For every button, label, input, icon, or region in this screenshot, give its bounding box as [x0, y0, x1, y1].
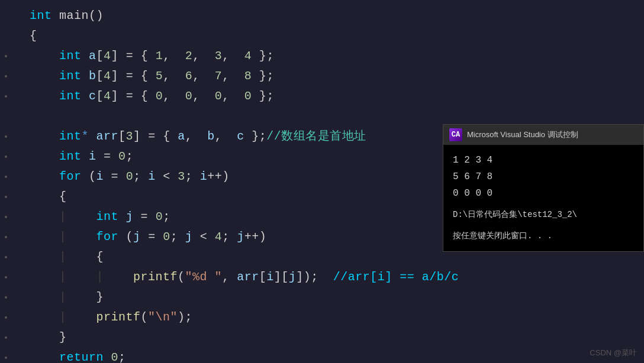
- line-indicator-4: [0, 75, 12, 77]
- line-indicator-18: [0, 356, 12, 359]
- line-indicator-11: [0, 216, 12, 218]
- line-indicator-5: [0, 95, 12, 98]
- line-indicator-16: [0, 316, 12, 319]
- line-indicator-10: [0, 196, 12, 198]
- code-content-6: [12, 107, 37, 126]
- code-line-16: | printf("\n");: [0, 307, 644, 328]
- console-output-line-2: 5 6 7 8: [453, 168, 634, 185]
- code-line-4: int b[4] = { 5, 6, 7, 8 };: [0, 66, 644, 86]
- code-line-3: int a[4] = { 1, 2, 3, 4 };: [0, 46, 644, 66]
- console-output-line-1: 1 2 3 4: [453, 152, 634, 168]
- line-indicator-13: [0, 256, 12, 258]
- code-line-17: }: [0, 328, 644, 348]
- code-content-16: | printf("\n");: [12, 308, 192, 327]
- code-content-3: int a[4] = { 1, 2, 3, 4 };: [12, 47, 274, 66]
- code-content-15: | }: [12, 288, 104, 307]
- line-indicator-9: [0, 176, 12, 178]
- line-indicator-15: [0, 296, 12, 299]
- code-content-8: int i = 0;: [12, 147, 133, 166]
- console-body: 1 2 3 4 5 6 7 8 0 0 0 0 D:\日常代码合集\test12…: [443, 145, 643, 251]
- code-content-13: | {: [12, 248, 104, 267]
- code-content-18: return 0;: [12, 348, 126, 363]
- line-indicator-3: [0, 55, 12, 57]
- code-content-10: {: [12, 187, 67, 206]
- console-path-line1: D:\日常代码合集\test12_3_2\: [453, 206, 634, 223]
- code-line-15: | }: [0, 287, 644, 307]
- code-content-9: for (i = 0; i < 3; i++): [12, 167, 230, 186]
- line-indicator-8: [0, 155, 12, 158]
- code-content-5: int c[4] = { 0, 0, 0, 0 };: [12, 87, 274, 106]
- code-line-18: return 0;: [0, 348, 644, 363]
- code-line-1: int main(): [0, 6, 644, 26]
- line-indicator-17: [0, 336, 12, 339]
- console-overlay[interactable]: CA Microsoft Visual Studio 调试控制 1 2 3 4 …: [443, 124, 644, 252]
- console-icon: CA: [449, 128, 462, 141]
- watermark: CSDN @菜叶: [590, 348, 637, 358]
- console-output-line-3: 0 0 0 0: [453, 185, 634, 202]
- code-content-2: {: [12, 27, 37, 46]
- code-line-14: | | printf("%d ", arr[i][j]); //arr[i] =…: [0, 267, 644, 287]
- code-line-6: [0, 106, 644, 127]
- console-titlebar: CA Microsoft Visual Studio 调试控制: [443, 125, 643, 145]
- code-content-17: }: [12, 328, 67, 347]
- line-indicator-7: [0, 135, 12, 138]
- code-content-14: | | printf("%d ", arr[i][j]); //arr[i] =…: [12, 268, 459, 287]
- line-indicator-12: [0, 236, 12, 238]
- console-title: Microsoft Visual Studio 调试控制: [467, 129, 578, 140]
- code-content-4: int b[4] = { 5, 6, 7, 8 };: [12, 67, 274, 86]
- console-path-line2: 按任意键关闭此窗口. . .: [453, 228, 634, 244]
- code-line-5: int c[4] = { 0, 0, 0, 0 };: [0, 86, 644, 106]
- console-icon-label: CA: [452, 131, 460, 139]
- line-indicator-14: [0, 276, 12, 278]
- code-content-11: | int j = 0;: [12, 208, 170, 226]
- code-editor: int main() { int a[4] = { 1, 2, 3, 4 }; …: [0, 0, 644, 363]
- code-content-1: int main(): [12, 7, 104, 25]
- code-content-7: int* arr[3] = { a, b, c };//数组名是首地址: [12, 127, 366, 146]
- code-line-2: {: [0, 26, 644, 46]
- code-content-12: | for (j = 0; j < 4; j++): [12, 228, 266, 247]
